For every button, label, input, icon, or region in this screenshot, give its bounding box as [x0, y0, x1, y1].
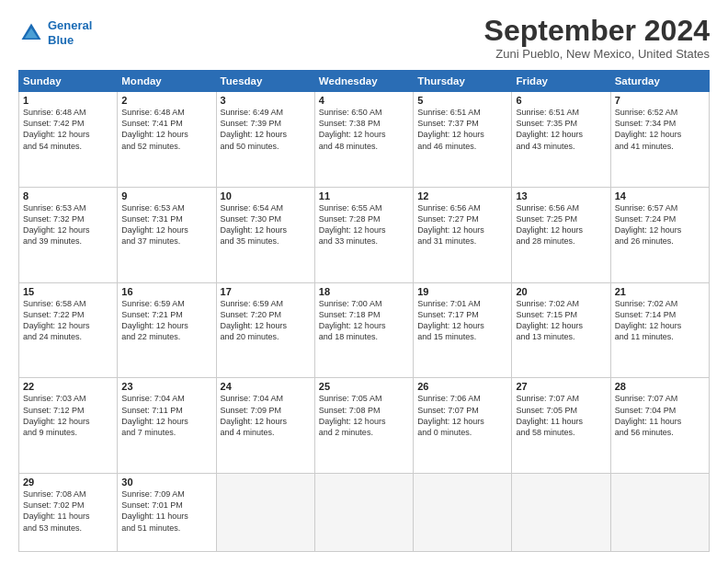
day-number: 9 [121, 190, 211, 201]
day-info: Sunrise: 7:02 AMSunset: 7:14 PMDaylight:… [615, 298, 705, 343]
table-row: 9Sunrise: 6:53 AMSunset: 7:31 PMDaylight… [118, 187, 216, 282]
table-row: 18Sunrise: 7:00 AMSunset: 7:18 PMDayligh… [314, 282, 413, 378]
week-row-2: 15Sunrise: 6:58 AMSunset: 7:22 PMDayligh… [19, 282, 710, 378]
day-number: 15 [23, 286, 113, 297]
table-row: 30Sunrise: 7:09 AMSunset: 7:01 PMDayligh… [118, 474, 216, 552]
day-info: Sunrise: 6:49 AMSunset: 7:39 PMDaylight:… [221, 107, 311, 152]
month-title: September 2024 [484, 15, 710, 47]
day-number: 1 [23, 95, 113, 106]
col-tuesday: Tuesday [216, 71, 314, 92]
table-row: 23Sunrise: 7:04 AMSunset: 7:11 PMDayligh… [118, 378, 216, 474]
day-number: 25 [319, 381, 409, 392]
day-info: Sunrise: 7:04 AMSunset: 7:09 PMDaylight:… [221, 393, 311, 438]
week-row-0: 1Sunrise: 6:48 AMSunset: 7:42 PMDaylight… [19, 92, 710, 188]
day-number: 21 [615, 286, 705, 297]
day-number: 2 [121, 95, 211, 106]
day-info: Sunrise: 6:51 AMSunset: 7:37 PMDaylight:… [417, 107, 507, 152]
day-info: Sunrise: 7:05 AMSunset: 7:08 PMDaylight:… [319, 393, 409, 438]
table-row: 11Sunrise: 6:55 AMSunset: 7:28 PMDayligh… [314, 187, 413, 282]
table-row: 6Sunrise: 6:51 AMSunset: 7:35 PMDaylight… [512, 92, 610, 188]
day-number: 13 [516, 190, 606, 201]
day-number: 27 [516, 381, 606, 392]
table-row: 26Sunrise: 7:06 AMSunset: 7:07 PMDayligh… [414, 378, 512, 474]
day-info: Sunrise: 6:53 AMSunset: 7:32 PMDaylight:… [23, 202, 113, 247]
day-info: Sunrise: 7:01 AMSunset: 7:17 PMDaylight:… [417, 298, 507, 343]
table-row: 3Sunrise: 6:49 AMSunset: 7:39 PMDaylight… [216, 92, 314, 188]
day-info: Sunrise: 7:03 AMSunset: 7:12 PMDaylight:… [23, 393, 113, 438]
day-number: 20 [516, 286, 606, 297]
table-row: 22Sunrise: 7:03 AMSunset: 7:12 PMDayligh… [19, 378, 118, 474]
table-row [414, 474, 512, 552]
day-info: Sunrise: 6:59 AMSunset: 7:21 PMDaylight:… [121, 298, 211, 343]
table-row: 28Sunrise: 7:07 AMSunset: 7:04 PMDayligh… [610, 378, 709, 474]
day-number: 4 [319, 95, 409, 106]
table-row [610, 474, 709, 552]
col-wednesday: Wednesday [314, 71, 413, 92]
day-number: 7 [615, 95, 705, 106]
day-number: 8 [23, 190, 113, 201]
day-number: 12 [417, 190, 507, 201]
day-info: Sunrise: 6:59 AMSunset: 7:20 PMDaylight:… [221, 298, 311, 343]
header-row: Sunday Monday Tuesday Wednesday Thursday… [19, 71, 710, 92]
header: General Blue September 2024 Zuni Pueblo,… [18, 15, 710, 61]
day-number: 10 [221, 190, 311, 201]
day-number: 26 [417, 381, 507, 392]
day-number: 23 [121, 381, 211, 392]
logo-line2: Blue [48, 33, 74, 47]
day-number: 14 [615, 190, 705, 201]
table-row: 10Sunrise: 6:54 AMSunset: 7:30 PMDayligh… [216, 187, 314, 282]
day-number: 24 [221, 381, 311, 392]
logo: General Blue [18, 18, 92, 47]
day-number: 5 [417, 95, 507, 106]
col-monday: Monday [118, 71, 216, 92]
day-number: 28 [615, 381, 705, 392]
day-number: 19 [417, 286, 507, 297]
table-row: 27Sunrise: 7:07 AMSunset: 7:05 PMDayligh… [512, 378, 610, 474]
calendar-table: Sunday Monday Tuesday Wednesday Thursday… [18, 70, 710, 552]
day-number: 17 [221, 286, 311, 297]
day-info: Sunrise: 6:48 AMSunset: 7:41 PMDaylight:… [121, 107, 211, 152]
logo-text: General Blue [48, 18, 92, 47]
week-row-1: 8Sunrise: 6:53 AMSunset: 7:32 PMDaylight… [19, 187, 710, 282]
day-info: Sunrise: 6:54 AMSunset: 7:30 PMDaylight:… [221, 202, 311, 247]
title-block: September 2024 Zuni Pueblo, New Mexico, … [484, 15, 710, 61]
day-info: Sunrise: 6:58 AMSunset: 7:22 PMDaylight:… [23, 298, 113, 343]
day-number: 29 [23, 477, 113, 488]
day-info: Sunrise: 6:57 AMSunset: 7:24 PMDaylight:… [615, 202, 705, 247]
week-row-3: 22Sunrise: 7:03 AMSunset: 7:12 PMDayligh… [19, 378, 710, 474]
table-row: 21Sunrise: 7:02 AMSunset: 7:14 PMDayligh… [610, 282, 709, 378]
day-number: 16 [121, 286, 211, 297]
table-row: 8Sunrise: 6:53 AMSunset: 7:32 PMDaylight… [19, 187, 118, 282]
day-number: 11 [319, 190, 409, 201]
day-info: Sunrise: 6:56 AMSunset: 7:25 PMDaylight:… [516, 202, 606, 247]
page: General Blue September 2024 Zuni Pueblo,… [0, 0, 728, 563]
day-info: Sunrise: 7:04 AMSunset: 7:11 PMDaylight:… [121, 393, 211, 438]
day-info: Sunrise: 6:48 AMSunset: 7:42 PMDaylight:… [23, 107, 113, 152]
day-info: Sunrise: 6:53 AMSunset: 7:31 PMDaylight:… [121, 202, 211, 247]
day-info: Sunrise: 7:07 AMSunset: 7:04 PMDaylight:… [615, 393, 705, 438]
day-info: Sunrise: 7:08 AMSunset: 7:02 PMDaylight:… [23, 488, 113, 534]
day-info: Sunrise: 7:00 AMSunset: 7:18 PMDaylight:… [319, 298, 409, 343]
day-number: 30 [121, 477, 211, 488]
day-number: 6 [516, 95, 606, 106]
day-info: Sunrise: 6:51 AMSunset: 7:35 PMDaylight:… [516, 107, 606, 152]
table-row: 5Sunrise: 6:51 AMSunset: 7:37 PMDaylight… [414, 92, 512, 188]
day-info: Sunrise: 6:52 AMSunset: 7:34 PMDaylight:… [615, 107, 705, 152]
logo-icon [18, 20, 44, 46]
table-row: 4Sunrise: 6:50 AMSunset: 7:38 PMDaylight… [314, 92, 413, 188]
table-row: 25Sunrise: 7:05 AMSunset: 7:08 PMDayligh… [314, 378, 413, 474]
day-info: Sunrise: 7:02 AMSunset: 7:15 PMDaylight:… [516, 298, 606, 343]
col-friday: Friday [512, 71, 610, 92]
col-saturday: Saturday [610, 71, 709, 92]
table-row: 2Sunrise: 6:48 AMSunset: 7:41 PMDaylight… [118, 92, 216, 188]
day-info: Sunrise: 6:55 AMSunset: 7:28 PMDaylight:… [319, 202, 409, 247]
col-thursday: Thursday [414, 71, 512, 92]
table-row: 12Sunrise: 6:56 AMSunset: 7:27 PMDayligh… [414, 187, 512, 282]
day-number: 18 [319, 286, 409, 297]
day-info: Sunrise: 6:56 AMSunset: 7:27 PMDaylight:… [417, 202, 507, 247]
table-row: 14Sunrise: 6:57 AMSunset: 7:24 PMDayligh… [610, 187, 709, 282]
day-info: Sunrise: 7:09 AMSunset: 7:01 PMDaylight:… [121, 488, 211, 534]
day-info: Sunrise: 6:50 AMSunset: 7:38 PMDaylight:… [319, 107, 409, 152]
table-row: 17Sunrise: 6:59 AMSunset: 7:20 PMDayligh… [216, 282, 314, 378]
col-sunday: Sunday [19, 71, 118, 92]
